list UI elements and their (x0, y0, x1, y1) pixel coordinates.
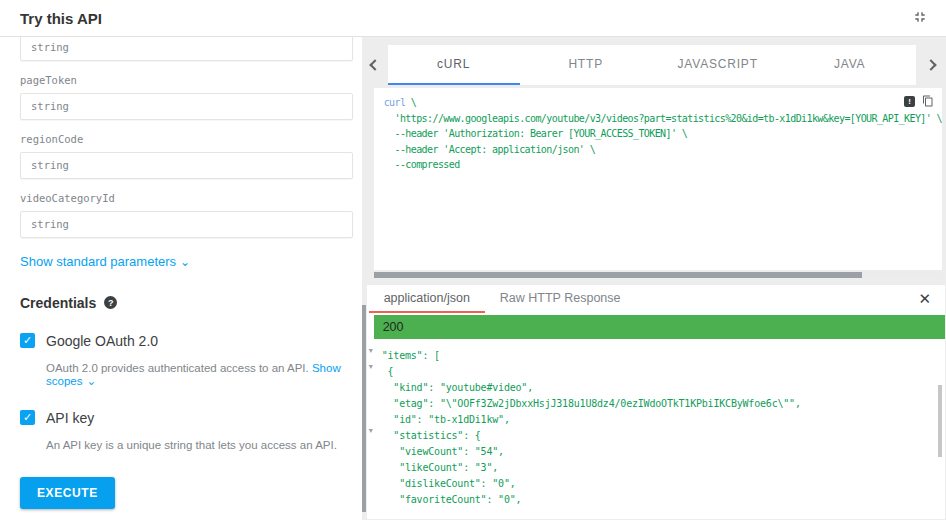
apikey-description: An API key is a unique string that lets … (46, 439, 353, 451)
json-line-text: "kind": "youtube#video", (382, 382, 533, 393)
execute-button[interactable]: EXECUTE (20, 477, 115, 509)
json-line: "viewCount": "54", (367, 441, 945, 457)
code-tab-java[interactable]: JAVA (784, 45, 916, 85)
status-code: 200 (383, 320, 404, 334)
close-icon: ✕ (918, 290, 931, 307)
code-sample-card: ! curl \ 'https://www.googleapis.com/you… (374, 88, 942, 270)
tabs-scroll-right-button[interactable] (916, 45, 946, 85)
json-line: ▾ "statistics": { (367, 425, 945, 441)
chevron-down-icon: ⌄ (86, 375, 96, 387)
response-tabs-container: application/jsonRaw HTTP Response (369, 285, 636, 313)
param-input-regioncode[interactable] (20, 152, 353, 179)
chevron-down-icon: ⌄ (180, 255, 190, 269)
code-horizontal-scrollbar[interactable] (374, 272, 942, 278)
param-input-videocategoryid[interactable] (20, 211, 353, 238)
response-tabbar: application/jsonRaw HTTP Response ✕ (367, 285, 945, 313)
main-content: pageToken regionCode videoCategoryId Sho… (0, 37, 946, 520)
json-line: "likeCount": "3", (367, 457, 945, 473)
code-tab-javascript[interactable]: JAVASCRIPT (652, 45, 784, 85)
collapse-panel-button[interactable] (910, 7, 930, 30)
json-line-text: { (382, 366, 394, 377)
copy-icon[interactable] (922, 95, 934, 107)
response-vertical-scrollbar-left[interactable] (362, 305, 366, 512)
json-line: "id": "tb-x1dDi1kw", (367, 409, 945, 425)
chevron-right-icon (925, 59, 936, 70)
apikey-label: API key (46, 410, 94, 426)
param-label-regioncode: regionCode (20, 133, 353, 145)
help-icon[interactable]: ? (104, 296, 117, 309)
code-card-actions: ! (900, 95, 934, 107)
fold-toggle-icon[interactable]: ▾ (369, 426, 373, 435)
response-tab-raw-http-response[interactable]: Raw HTTP Response (485, 285, 636, 313)
json-line-text: "items": [ (382, 350, 440, 361)
header-bar: Try this API (0, 0, 946, 37)
credential-apikey-row: ✓ API key (20, 410, 353, 426)
param-input-top[interactable] (20, 37, 353, 61)
code-line: --header 'Authorization: Bearer [YOUR_AC… (384, 126, 942, 142)
json-line-text: "id": "tb-x1dDi1kw", (382, 414, 510, 425)
code-language-tabstrip: cURLHTTPJAVASCRIPTJAVA (362, 45, 946, 85)
json-line-text: "dislikeCount": "0", (382, 478, 516, 489)
param-label-pagetoken: pageToken (20, 74, 353, 86)
code-line: curl \ (384, 95, 942, 111)
code-line: 'https://www.googleapis.com/youtube/v3/v… (384, 111, 942, 127)
json-line-text: "statistics": { (382, 430, 481, 441)
fold-toggle-icon[interactable]: ▾ (369, 346, 373, 355)
json-line-text: "favoriteCount": "0", (382, 494, 522, 505)
json-line: ▾"items": [ (367, 345, 945, 361)
param-label-videocategoryid: videoCategoryId (20, 192, 353, 204)
feedback-icon[interactable]: ! (904, 96, 915, 107)
json-line: "favoriteCount": "0", (367, 489, 945, 505)
tabs-scroll-left-button[interactable] (362, 45, 388, 85)
json-line-text: "etag": "\"OOFf3Zw2jDbxxHsjJ318u1U8dz4/0… (382, 398, 801, 409)
response-tab-application-json[interactable]: application/json (369, 285, 485, 313)
code-and-response-panel: cURLHTTPJAVASCRIPTJAVA ! curl \ 'https:/… (362, 37, 946, 520)
oauth-checkbox[interactable]: ✓ (20, 333, 35, 348)
json-line: "etag": "\"OOFf3Zw2jDbxxHsjJ318u1U8dz4/0… (367, 393, 945, 409)
json-line: "kind": "youtube#video", (367, 377, 945, 393)
code-tab-http[interactable]: HTTP (520, 45, 652, 85)
code-line: --compressed (384, 157, 942, 173)
code-block: curl \ 'https://www.googleapis.com/youtu… (384, 95, 942, 173)
param-input-pagetoken[interactable] (20, 93, 353, 120)
fold-toggle-icon[interactable]: ▾ (369, 362, 373, 371)
scrollbar-thumb[interactable] (374, 272, 863, 278)
page-title: Try this API (20, 10, 910, 27)
response-vertical-scrollbar-right[interactable] (938, 385, 942, 457)
code-tabs: cURLHTTPJAVASCRIPTJAVA (388, 45, 916, 85)
json-line-text: "viewCount": "54", (382, 446, 504, 457)
close-response-button[interactable]: ✕ (916, 290, 933, 308)
apikey-checkbox[interactable]: ✓ (20, 410, 35, 425)
status-code-bar: 200 (374, 315, 945, 339)
credential-oauth-row: ✓ Google OAuth 2.0 (20, 333, 353, 349)
json-line: ▾ { (367, 361, 945, 377)
code-line: --header 'Accept: application/json' \ (384, 142, 942, 158)
json-rows: ▾"items": [▾ { "kind": "youtube#video", … (367, 345, 945, 505)
chevron-left-icon (369, 59, 380, 70)
show-standard-parameters-link[interactable]: Show standard parameters⌄ (20, 254, 353, 269)
request-parameters-panel: pageToken regionCode videoCategoryId Sho… (0, 37, 362, 520)
oauth-label: Google OAuth 2.0 (46, 333, 158, 349)
json-line-text: "likeCount": "3", (382, 462, 498, 473)
response-json-card: 200 ▾"items": [▾ { "kind": "youtube#vide… (367, 313, 945, 519)
oauth-description: OAuth 2.0 provides authenticated access … (46, 362, 353, 388)
credentials-heading: Credentials ? (20, 295, 353, 311)
fullscreen-exit-icon (912, 9, 928, 28)
json-line: "dislikeCount": "0", (367, 473, 945, 489)
code-keyword: curl (384, 97, 406, 108)
code-tab-curl[interactable]: cURL (388, 45, 520, 85)
